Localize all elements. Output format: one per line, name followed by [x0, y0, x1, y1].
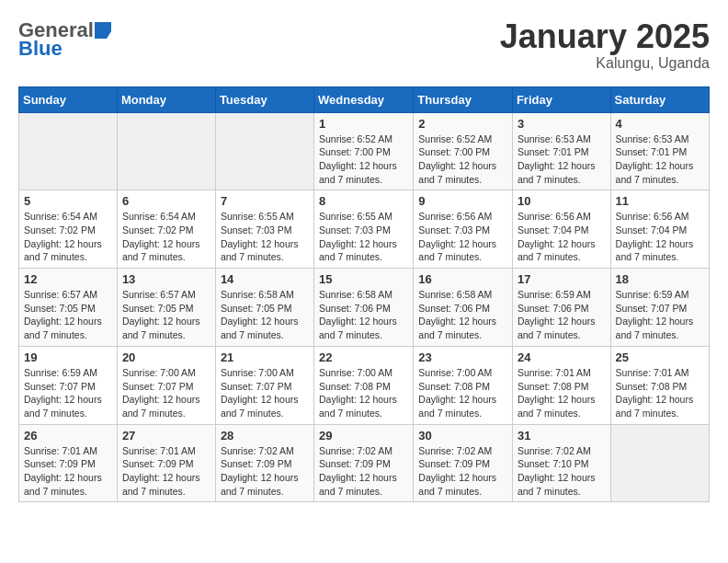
calendar-week-5: 26Sunrise: 7:01 AM Sunset: 7:09 PM Dayli…	[19, 424, 710, 502]
calendar-cell: 9Sunrise: 6:56 AM Sunset: 7:03 PM Daylig…	[414, 190, 513, 269]
day-number: 18	[616, 272, 704, 286]
logo-blue: Blue	[18, 37, 63, 61]
day-number: 19	[24, 350, 112, 364]
day-info: Sunrise: 6:52 AM Sunset: 7:00 PM Dayligh…	[319, 132, 408, 187]
calendar-cell: 24Sunrise: 7:01 AM Sunset: 7:08 PM Dayli…	[512, 346, 610, 424]
day-info: Sunrise: 6:53 AM Sunset: 7:01 PM Dayligh…	[616, 132, 704, 187]
day-info: Sunrise: 7:02 AM Sunset: 7:09 PM Dayligh…	[319, 444, 408, 499]
calendar-week-4: 19Sunrise: 6:59 AM Sunset: 7:07 PM Dayli…	[19, 346, 710, 424]
calendar-cell: 25Sunrise: 7:01 AM Sunset: 7:08 PM Dayli…	[610, 346, 709, 424]
day-info: Sunrise: 6:54 AM Sunset: 7:02 PM Dayligh…	[24, 210, 112, 264]
day-number: 2	[418, 117, 507, 131]
month-title: January 2025	[500, 18, 710, 55]
calendar-cell: 17Sunrise: 6:59 AM Sunset: 7:06 PM Dayli…	[512, 269, 610, 347]
day-info: Sunrise: 7:01 AM Sunset: 7:09 PM Dayligh…	[122, 444, 210, 499]
day-number: 25	[616, 350, 704, 364]
day-number: 31	[518, 429, 606, 442]
day-info: Sunrise: 7:00 AM Sunset: 7:08 PM Dayligh…	[418, 366, 507, 420]
calendar-cell: 30Sunrise: 7:02 AM Sunset: 7:09 PM Dayli…	[414, 424, 513, 502]
calendar-cell: 8Sunrise: 6:55 AM Sunset: 7:03 PM Daylig…	[314, 190, 414, 269]
calendar-cell: 31Sunrise: 7:02 AM Sunset: 7:10 PM Dayli…	[512, 424, 610, 502]
calendar-cell: 6Sunrise: 6:54 AM Sunset: 7:02 PM Daylig…	[117, 190, 215, 269]
day-number: 3	[518, 117, 606, 131]
day-info: Sunrise: 7:02 AM Sunset: 7:10 PM Dayligh…	[518, 444, 606, 499]
location-subtitle: Kalungu, Uganda	[500, 55, 710, 72]
calendar-cell: 5Sunrise: 6:54 AM Sunset: 7:02 PM Daylig…	[19, 190, 118, 269]
calendar-cell: 13Sunrise: 6:57 AM Sunset: 7:05 PM Dayli…	[117, 269, 215, 347]
day-number: 20	[122, 350, 210, 364]
calendar-cell: 7Sunrise: 6:55 AM Sunset: 7:03 PM Daylig…	[215, 190, 313, 269]
day-info: Sunrise: 7:01 AM Sunset: 7:08 PM Dayligh…	[616, 366, 704, 420]
day-number: 29	[319, 429, 408, 442]
day-number: 14	[221, 272, 309, 286]
day-number: 23	[418, 350, 507, 364]
day-info: Sunrise: 6:57 AM Sunset: 7:05 PM Dayligh…	[24, 288, 112, 342]
calendar-header-row: SundayMondayTuesdayWednesdayThursdayFrid…	[19, 86, 710, 112]
day-info: Sunrise: 6:52 AM Sunset: 7:00 PM Dayligh…	[418, 132, 507, 187]
day-number: 1	[319, 117, 408, 131]
day-number: 6	[122, 194, 210, 208]
page-header: General Blue January 2025 Kalungu, Ugand…	[18, 18, 710, 72]
day-number: 30	[418, 429, 507, 442]
day-number: 22	[319, 350, 408, 364]
logo-icon	[95, 22, 111, 39]
day-header-thursday: Thursday	[414, 86, 513, 112]
calendar-week-3: 12Sunrise: 6:57 AM Sunset: 7:05 PM Dayli…	[19, 269, 710, 347]
calendar-cell	[19, 112, 118, 190]
day-info: Sunrise: 7:02 AM Sunset: 7:09 PM Dayligh…	[221, 444, 309, 499]
svg-marker-0	[95, 22, 111, 39]
calendar-cell: 18Sunrise: 6:59 AM Sunset: 7:07 PM Dayli…	[610, 269, 709, 347]
day-info: Sunrise: 6:54 AM Sunset: 7:02 PM Dayligh…	[122, 210, 210, 264]
day-info: Sunrise: 6:55 AM Sunset: 7:03 PM Dayligh…	[319, 210, 408, 264]
day-info: Sunrise: 6:58 AM Sunset: 7:06 PM Dayligh…	[418, 288, 507, 342]
calendar-cell: 20Sunrise: 7:00 AM Sunset: 7:07 PM Dayli…	[117, 346, 215, 424]
calendar-cell: 23Sunrise: 7:00 AM Sunset: 7:08 PM Dayli…	[414, 346, 513, 424]
day-info: Sunrise: 7:00 AM Sunset: 7:07 PM Dayligh…	[221, 366, 309, 420]
calendar-cell: 11Sunrise: 6:56 AM Sunset: 7:04 PM Dayli…	[610, 190, 709, 269]
day-number: 11	[616, 194, 704, 208]
calendar-week-1: 1Sunrise: 6:52 AM Sunset: 7:00 PM Daylig…	[19, 112, 710, 190]
calendar-cell	[215, 112, 313, 190]
calendar-cell	[610, 424, 709, 502]
calendar-cell: 16Sunrise: 6:58 AM Sunset: 7:06 PM Dayli…	[414, 269, 513, 347]
calendar-week-2: 5Sunrise: 6:54 AM Sunset: 7:02 PM Daylig…	[19, 190, 710, 269]
day-info: Sunrise: 6:53 AM Sunset: 7:01 PM Dayligh…	[518, 132, 606, 187]
day-number: 28	[221, 429, 309, 442]
day-header-saturday: Saturday	[610, 86, 709, 112]
calendar-cell: 22Sunrise: 7:00 AM Sunset: 7:08 PM Dayli…	[314, 346, 414, 424]
day-number: 4	[616, 117, 704, 131]
day-number: 5	[24, 194, 112, 208]
day-info: Sunrise: 6:59 AM Sunset: 7:06 PM Dayligh…	[518, 288, 606, 342]
day-number: 27	[122, 429, 210, 442]
day-info: Sunrise: 6:55 AM Sunset: 7:03 PM Dayligh…	[221, 210, 309, 264]
day-header-sunday: Sunday	[19, 86, 118, 112]
day-header-friday: Friday	[512, 86, 610, 112]
day-number: 26	[24, 429, 112, 442]
day-info: Sunrise: 6:59 AM Sunset: 7:07 PM Dayligh…	[24, 366, 112, 420]
day-info: Sunrise: 6:57 AM Sunset: 7:05 PM Dayligh…	[122, 288, 210, 342]
day-number: 21	[221, 350, 309, 364]
day-number: 12	[24, 272, 112, 286]
day-info: Sunrise: 6:59 AM Sunset: 7:07 PM Dayligh…	[616, 288, 704, 342]
day-info: Sunrise: 7:00 AM Sunset: 7:07 PM Dayligh…	[122, 366, 210, 420]
calendar-cell: 21Sunrise: 7:00 AM Sunset: 7:07 PM Dayli…	[215, 346, 313, 424]
calendar-cell: 4Sunrise: 6:53 AM Sunset: 7:01 PM Daylig…	[610, 112, 709, 190]
day-number: 15	[319, 272, 408, 286]
calendar-cell: 27Sunrise: 7:01 AM Sunset: 7:09 PM Dayli…	[117, 424, 215, 502]
day-header-monday: Monday	[117, 86, 215, 112]
day-number: 16	[418, 272, 507, 286]
calendar-cell: 15Sunrise: 6:58 AM Sunset: 7:06 PM Dayli…	[314, 269, 414, 347]
calendar-cell: 19Sunrise: 6:59 AM Sunset: 7:07 PM Dayli…	[19, 346, 118, 424]
calendar-cell: 3Sunrise: 6:53 AM Sunset: 7:01 PM Daylig…	[512, 112, 610, 190]
logo: General Blue	[18, 18, 112, 61]
calendar-cell: 2Sunrise: 6:52 AM Sunset: 7:00 PM Daylig…	[414, 112, 513, 190]
day-info: Sunrise: 6:56 AM Sunset: 7:03 PM Dayligh…	[418, 210, 507, 264]
calendar-cell: 26Sunrise: 7:01 AM Sunset: 7:09 PM Dayli…	[19, 424, 118, 502]
calendar-cell	[117, 112, 215, 190]
calendar-cell: 12Sunrise: 6:57 AM Sunset: 7:05 PM Dayli…	[19, 269, 118, 347]
day-info: Sunrise: 6:56 AM Sunset: 7:04 PM Dayligh…	[518, 210, 606, 264]
day-info: Sunrise: 7:01 AM Sunset: 7:09 PM Dayligh…	[24, 444, 112, 499]
calendar-cell: 29Sunrise: 7:02 AM Sunset: 7:09 PM Dayli…	[314, 424, 414, 502]
day-info: Sunrise: 7:01 AM Sunset: 7:08 PM Dayligh…	[518, 366, 606, 420]
day-info: Sunrise: 6:58 AM Sunset: 7:05 PM Dayligh…	[221, 288, 309, 342]
